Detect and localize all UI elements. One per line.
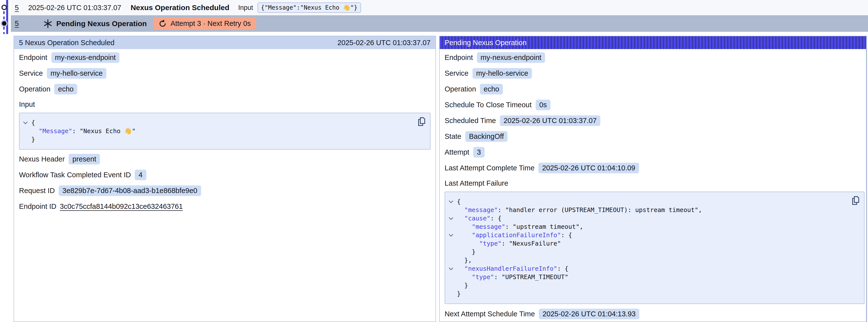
- event-input-preview-badge: {"Message":"Nexus Echo 👋"}: [257, 2, 361, 13]
- timeline-gutter: [0, 0, 11, 37]
- copy-button[interactable]: [851, 195, 860, 206]
- collapse-chevron-icon[interactable]: [448, 234, 457, 237]
- pending-operation-panel: Pending Nexus Operation Endpointmy-nexus…: [439, 36, 867, 322]
- detail-row-service: Servicemy-hello-service: [444, 68, 865, 79]
- json-line: }: [448, 248, 858, 256]
- event-title: Nexus Operation Scheduled: [130, 3, 229, 12]
- detail-value-badge: my-nexus-endpoint: [51, 52, 120, 63]
- detail-value-badge: my-hello-service: [47, 68, 106, 79]
- detail-value-badge: my-hello-service: [472, 68, 532, 79]
- detail-label: Nexus Header: [19, 155, 65, 163]
- detail-rows-group: Nexus HeaderpresentWorkflow Task Complet…: [19, 154, 431, 212]
- copy-icon: [417, 117, 426, 127]
- json-line: }: [448, 281, 858, 290]
- detail-value-badge: BackingOff: [465, 131, 507, 142]
- failure-group-label: Last Attempt Failure: [444, 178, 865, 188]
- timeline-line: [6, 0, 8, 34]
- retry-icon: [159, 20, 166, 28]
- detail-rows-group: Endpointmy-nexus-endpointServicemy-hello…: [444, 52, 865, 173]
- detail-label: Last Attempt Complete Time: [444, 164, 534, 172]
- json-line: {: [448, 197, 858, 206]
- detail-value-badge: 2025-02-26 UTC 01:04:10.09: [538, 163, 639, 173]
- collapse-chevron-icon[interactable]: [448, 217, 457, 220]
- attempt-badge-label: Attempt 3 · Next Retry 0s: [170, 20, 251, 28]
- detail-row-operation: Operationecho: [444, 84, 865, 94]
- detail-label: Operation: [444, 85, 476, 93]
- json-line: "nexusHandlerFailureInfo": {: [448, 264, 858, 273]
- event-row-pending[interactable]: 5 Pending Nexus Operation Attempt 3 · Ne…: [11, 15, 868, 32]
- json-line: "message": "handler error (UPSTREAM_TIME…: [448, 206, 858, 214]
- detail-label: Endpoint ID: [19, 202, 57, 211]
- json-line: },: [448, 256, 858, 264]
- event-id-link[interactable]: 5: [15, 4, 19, 12]
- collapse-chevron-icon[interactable]: [448, 200, 457, 203]
- detail-value-badge: 2025-02-26 UTC 01:04:13.93: [539, 309, 639, 319]
- panel-title: 5 Nexus Operation Scheduled: [19, 39, 115, 47]
- json-line: "type": "NexusFailure": [448, 239, 858, 248]
- detail-row-state: StateBackingOff: [444, 131, 865, 142]
- detail-row-attempt: Attempt3: [444, 147, 865, 158]
- detail-label: Next Attempt Schedule Time: [444, 310, 535, 318]
- detail-label: Attempt: [444, 148, 469, 156]
- event-id-link[interactable]: 5: [15, 20, 19, 28]
- detail-value-badge: 0s: [536, 100, 551, 110]
- detail-row-last-attempt-complete-time: Last Attempt Complete Time2025-02-26 UTC…: [444, 162, 865, 173]
- json-line: "cause": {: [448, 214, 858, 223]
- detail-label: Scheduled Time: [444, 117, 496, 125]
- detail-row-schedule-to-close-timeout: Schedule To Close Timeout0s: [444, 99, 865, 110]
- detail-value-badge: 4: [135, 170, 146, 180]
- json-line: {: [23, 119, 424, 127]
- json-line: "Message": "Nexus Echo 👋": [23, 127, 424, 135]
- detail-row-next-attempt-schedule-time: Next Attempt Schedule Time2025-02-26 UTC…: [444, 309, 865, 319]
- json-line: "type": "UPSTREAM_TIMEOUT": [448, 273, 858, 281]
- detail-label: Schedule To Close Timeout: [444, 101, 532, 109]
- json-line: }: [448, 290, 858, 298]
- detail-row-workflow-task-completed-event-id: Workflow Task Completed Event ID4: [19, 169, 431, 180]
- detail-value-badge: echo: [480, 84, 503, 94]
- json-line: }: [23, 135, 424, 144]
- copy-button[interactable]: [417, 117, 426, 127]
- json-line: "message": "upstream timeout",: [448, 223, 858, 231]
- event-timestamp: 2025-02-26 UTC 01:03:37.07: [28, 4, 121, 12]
- detail-label: Service: [444, 69, 469, 77]
- detail-row-scheduled-time: Scheduled Time2025-02-26 UTC 01:03:37.07: [444, 115, 865, 126]
- detail-rows-group: Next Attempt Schedule Time2025-02-26 UTC…: [444, 309, 865, 319]
- detail-value-badge: 3e829b7e-7d67-4b08-aad3-b1e868bfe9e0: [59, 185, 201, 196]
- timeline-marker-filled-icon: [2, 21, 6, 26]
- detail-label: Workflow Task Completed Event ID: [19, 171, 131, 179]
- detail-row-endpoint: Endpointmy-nexus-endpoint: [19, 52, 431, 63]
- input-json-block: { "Message": "Nexus Echo 👋"}: [19, 113, 431, 150]
- detail-row-endpoint-id: Endpoint ID3c0c75ccfa8144b092c13ce632463…: [19, 201, 431, 212]
- panel-title: Pending Nexus Operation: [444, 39, 527, 47]
- detail-row-endpoint: Endpointmy-nexus-endpoint: [444, 52, 865, 63]
- panel-timestamp: 2025-02-26 UTC 01:03:37.07: [338, 39, 431, 47]
- detail-label: Request ID: [19, 187, 55, 195]
- event-input-label: Input: [238, 4, 253, 11]
- detail-value-badge: my-nexus-endpoint: [477, 52, 545, 63]
- pending-operation-title: Pending Nexus Operation: [56, 20, 147, 28]
- pending-operation-panel-header: Pending Nexus Operation: [440, 36, 866, 49]
- input-group-label: Input: [19, 99, 431, 109]
- detail-rows-group: Endpointmy-nexus-endpointServicemy-hello…: [19, 52, 431, 94]
- collapse-chevron-icon[interactable]: [448, 267, 457, 270]
- json-line: "applicationFailureInfo": {: [448, 231, 858, 239]
- detail-value-link[interactable]: 3c0c75ccfa8144b092c13ce632463761: [60, 202, 183, 211]
- detail-value-badge: present: [69, 154, 100, 164]
- event-row-scheduled[interactable]: 5 2025-02-26 UTC 01:03:37.07 Nexus Opera…: [11, 0, 868, 15]
- event-detail-panel: 5 Nexus Operation Scheduled 2025-02-26 U…: [13, 36, 436, 322]
- detail-label: Endpoint: [19, 54, 48, 62]
- detail-row-request-id: Request ID3e829b7e-7d67-4b08-aad3-b1e868…: [19, 185, 431, 196]
- nexus-operation-asterisk-icon: [43, 19, 52, 28]
- timeline-marker-open-icon: [1, 5, 7, 10]
- detail-row-nexus-header: Nexus Headerpresent: [19, 154, 431, 164]
- detail-row-service: Servicemy-hello-service: [19, 68, 431, 79]
- collapse-chevron-icon[interactable]: [23, 121, 31, 124]
- detail-label: State: [444, 132, 461, 140]
- detail-label: Endpoint: [444, 54, 473, 62]
- failure-json-block: { "message": "handler error (UPSTREAM_TI…: [444, 192, 865, 304]
- attempt-retry-badge: Attempt 3 · Next Retry 0s: [153, 18, 256, 30]
- detail-value-badge: 2025-02-26 UTC 01:03:37.07: [500, 116, 600, 126]
- detail-label: Operation: [19, 85, 50, 93]
- detail-row-operation: Operationecho: [19, 84, 431, 94]
- detail-value-badge: 3: [473, 147, 485, 158]
